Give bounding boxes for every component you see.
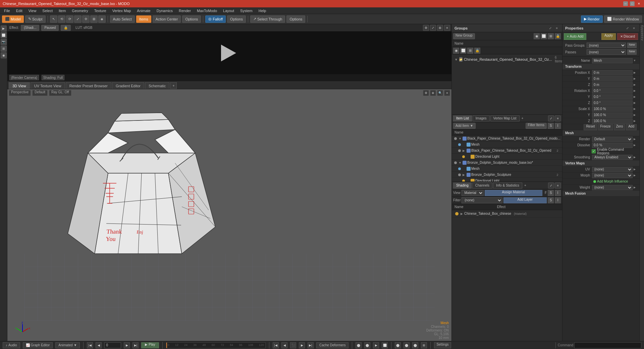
freeze-button[interactable]: Freeze [598, 124, 613, 130]
reset-button[interactable]: Reset [584, 124, 597, 130]
menu-render[interactable]: Render [176, 8, 194, 13]
passes-select[interactable]: (none) [587, 49, 626, 55]
tab-shading[interactable]: Shading [453, 183, 472, 189]
menu-maxtomodo[interactable]: MaxToModo [194, 8, 220, 13]
menu-edit[interactable]: Edit [13, 8, 25, 13]
render-button[interactable]: ▶ Render [581, 15, 603, 23]
filter-select[interactable]: (none) [462, 197, 502, 203]
preview-expand-icon[interactable]: ⤢ [430, 25, 436, 31]
sculpt-button[interactable]: ✎ Sculpt [25, 15, 46, 23]
menu-file[interactable]: File [1, 8, 13, 13]
view-select[interactable]: Material [462, 190, 484, 196]
position-y-value[interactable]: 0 m [592, 76, 633, 82]
il-toggle-icon[interactable]: I [555, 123, 561, 129]
dissolve-arrow[interactable]: ▶ [633, 143, 637, 147]
graph-editor-button[interactable]: 📈 Graph Editor [23, 342, 53, 348]
rotation-y-arrow[interactable]: ▶ [633, 95, 637, 99]
menu-view[interactable]: View [26, 8, 39, 13]
tab-gradient-editor[interactable]: Gradient Editor [112, 82, 144, 89]
tab-uv-texture[interactable]: UV Texture View [31, 82, 65, 89]
viewport-view-btn[interactable]: Perspective [9, 90, 31, 96]
preview-gear-icon[interactable]: ⊞ [437, 25, 443, 31]
left-tool-3[interactable]: 📷 [1, 39, 7, 45]
menu-geometry[interactable]: Geometry [69, 8, 91, 13]
render-arrow[interactable]: ▶ [633, 137, 637, 141]
model-button[interactable]: ⬛ Model [2, 15, 24, 23]
position-z-arrow[interactable]: ▶ [633, 83, 637, 87]
position-y-arrow[interactable]: ▶ [633, 77, 637, 81]
transport-next[interactable]: ▶ [124, 342, 130, 348]
gi-icon1[interactable]: ◉ [453, 48, 459, 54]
cache-icon-4[interactable]: ▶ [299, 342, 305, 348]
passes-new-btn[interactable]: New [627, 49, 637, 55]
scale-y-arrow[interactable]: ▶ [633, 113, 637, 117]
tab-info-stats[interactable]: Info & Statistics [493, 183, 522, 189]
options3-button[interactable]: Options [286, 15, 305, 23]
shading-expand-icon[interactable]: ⤢ [548, 183, 554, 189]
new-group-button[interactable]: New Group [453, 33, 475, 39]
frame-input[interactable] [104, 342, 121, 348]
preview-settings-icon[interactable]: ⚙ [423, 25, 429, 31]
menu-animate[interactable]: Animate [134, 8, 153, 13]
tab-render-preset[interactable]: Render Preset Browser [66, 82, 111, 89]
rotation-x-value[interactable]: 0.0 ° [592, 88, 633, 94]
preview-close-icon[interactable]: ≡ [444, 25, 450, 31]
position-x-arrow[interactable]: ▶ [633, 71, 637, 75]
rotation-z-value[interactable]: 0.0 ° [592, 100, 633, 106]
menu-texture[interactable]: Texture [92, 8, 109, 13]
groups-toolbar-icon2[interactable]: ⬜ [541, 33, 547, 39]
mesh-section[interactable]: Mesh [562, 130, 639, 136]
add-morph-button[interactable]: Add Morph Influence [592, 180, 629, 183]
select-through-button[interactable]: ↗ Select Through [250, 15, 285, 23]
transport-end[interactable]: ▶| [132, 342, 139, 348]
add-button[interactable]: Add [626, 124, 637, 130]
eye-icon-7[interactable] [457, 172, 462, 177]
groups-toolbar-icon4[interactable]: 🔒 [555, 33, 561, 39]
menu-select[interactable]: Select [40, 8, 55, 13]
settings-button[interactable]: Settings [434, 342, 451, 348]
cache-icon-1[interactable]: |◀ [273, 342, 279, 348]
filter-small-icon1[interactable]: S [548, 197, 554, 203]
menu-item[interactable]: Item [56, 8, 68, 13]
options2-button[interactable]: Options [227, 15, 246, 23]
gi-icon3[interactable]: ⊞ [467, 48, 473, 54]
uv-select[interactable]: (none) [592, 167, 633, 172]
tab-item-list[interactable]: Item List [453, 115, 472, 121]
add-viewport-tab[interactable]: + [170, 82, 177, 89]
groups-toolbar-icon1[interactable]: ◉ [534, 33, 540, 39]
dissolve-value[interactable]: 0.0 % [592, 143, 633, 148]
left-tool-5[interactable]: ◉ [1, 52, 7, 58]
shading-expand-icon[interactable]: ▶ [461, 212, 463, 215]
sim-icon-1[interactable]: ⬤ [356, 342, 362, 348]
name-value[interactable]: Mesh [592, 58, 633, 63]
scale-z-value[interactable]: 100.0 % [592, 118, 633, 124]
cache-deformers-button[interactable]: Cache Deformers [316, 342, 348, 348]
sim-icon-2[interactable]: ⬤ [364, 342, 370, 348]
render-select[interactable]: Default [592, 137, 633, 142]
minimize-button[interactable]: ─ [623, 1, 628, 6]
shading-eye-icon[interactable] [454, 211, 459, 216]
viewport-raygl-btn[interactable]: Ray GL: Off [49, 90, 71, 96]
scale-x-value[interactable]: 100.0 % [592, 106, 633, 112]
cache-icon-3[interactable]: ⬛ [290, 342, 296, 348]
cache-icon-5[interactable]: ▶| [308, 342, 314, 348]
vertex-maps-section[interactable]: Vertex Maps [562, 160, 639, 166]
maximize-button[interactable]: □ [630, 1, 635, 6]
close-button[interactable]: ✕ [637, 1, 641, 6]
assign-material-button[interactable]: Assign Material [485, 190, 542, 196]
options-button[interactable]: Options [182, 15, 201, 23]
add-item-button[interactable]: Add Item ▼ [453, 123, 476, 129]
viewport-default-btn[interactable]: Default [32, 90, 48, 96]
smoothing-select[interactable]: Always Enabled [592, 155, 633, 160]
eye-icon-2[interactable] [457, 142, 462, 147]
tab-schematic[interactable]: Schematic [145, 82, 169, 89]
props-options-icon[interactable]: ≡ [631, 26, 637, 31]
timeline[interactable]: 012243648 60728496108120 [166, 342, 266, 348]
expand-1[interactable]: ▼ [459, 137, 462, 140]
gi-icon2[interactable]: ⬜ [460, 48, 466, 54]
shading-small-icon2[interactable]: I [555, 190, 561, 196]
tool-icon-3[interactable]: ⟳ [66, 15, 73, 23]
auto-select-button[interactable]: Auto Select [110, 15, 135, 23]
eye-icon-3[interactable] [457, 148, 462, 153]
menu-help[interactable]: Help [256, 8, 269, 13]
